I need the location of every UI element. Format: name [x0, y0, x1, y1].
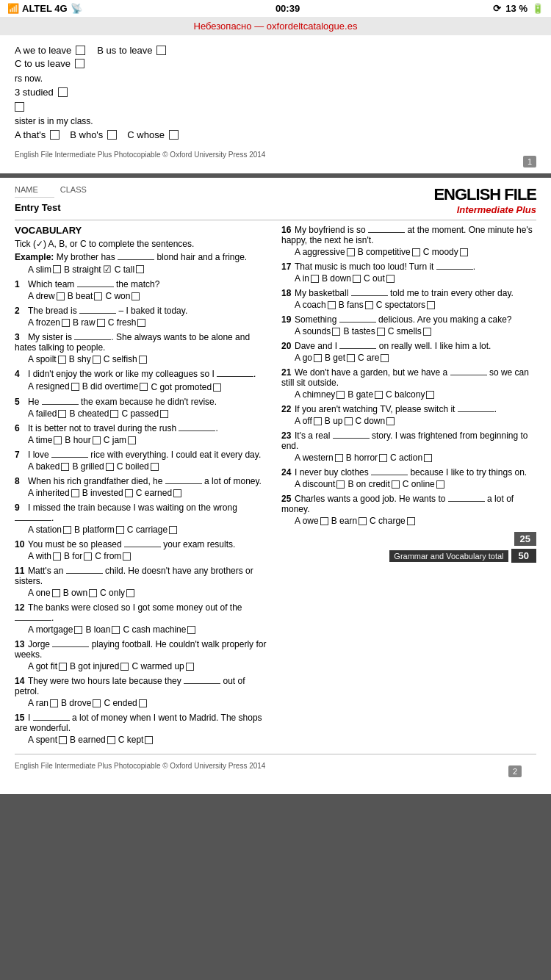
cb-24a[interactable] — [336, 480, 345, 489]
checkbox-whos[interactable] — [107, 130, 117, 140]
cb-24c[interactable] — [436, 480, 444, 489]
cb-25a[interactable] — [320, 517, 328, 525]
q20: 20Dave and I on really well. I like him … — [281, 341, 536, 363]
cb-5a[interactable] — [58, 410, 66, 418]
cb-17b[interactable] — [353, 275, 361, 283]
cb-6b[interactable] — [93, 436, 101, 444]
cb-2a[interactable] — [62, 319, 70, 327]
cb-19b[interactable] — [377, 328, 385, 336]
option-a-we: A we to leave — [15, 45, 71, 56]
url-bar[interactable]: Небезопасно — oxfordeltcatalogue.es — [0, 17, 551, 35]
example-text: Example: My brother has blond hair and a… — [15, 252, 270, 262]
cb-20a[interactable] — [314, 354, 322, 362]
carrier-label: ALTEL 4G — [22, 3, 68, 14]
checkbox-whose[interactable] — [169, 130, 179, 140]
cb-17c[interactable] — [386, 275, 395, 283]
cb-15a[interactable] — [59, 736, 67, 744]
cb-9a[interactable] — [63, 526, 71, 534]
cb-14b[interactable] — [93, 699, 101, 707]
q9: 9I missed the train because I was waitin… — [15, 502, 270, 535]
cb-6c[interactable] — [128, 436, 136, 444]
cb-19c[interactable] — [423, 328, 431, 336]
cb-20b[interactable] — [347, 354, 355, 362]
cb-13c[interactable] — [186, 663, 194, 671]
q15: 15I a lot of money when I went to Madrid… — [15, 713, 270, 745]
cb-10b[interactable] — [84, 552, 92, 561]
cb-ex-c[interactable] — [136, 265, 144, 273]
vocab-intro: Tick (✓) A, B, or C to complete the sent… — [15, 239, 270, 249]
cb-ex-a[interactable] — [53, 265, 61, 273]
cb-23c[interactable] — [424, 454, 432, 462]
cb-11b[interactable] — [89, 589, 97, 597]
cb-19a[interactable] — [332, 328, 340, 336]
cb-11c[interactable] — [126, 589, 134, 597]
cb-15b[interactable] — [107, 736, 115, 744]
battery-icon: 🔋 — [532, 3, 544, 14]
cb-22c[interactable] — [386, 417, 395, 425]
cb-21a[interactable] — [336, 391, 345, 399]
cb-3c[interactable] — [139, 356, 147, 364]
cb-18c[interactable] — [427, 301, 435, 309]
cb-1a[interactable] — [57, 292, 65, 300]
cb-6a[interactable] — [54, 436, 62, 444]
cb-23b[interactable] — [379, 454, 387, 462]
cb-1b[interactable] — [94, 292, 102, 300]
cb-20c[interactable] — [381, 354, 389, 362]
cb-23a[interactable] — [335, 454, 343, 462]
cb-12c[interactable] — [187, 626, 195, 634]
cb-9c[interactable] — [169, 526, 177, 534]
cb-3a[interactable] — [58, 356, 66, 364]
cb-9b[interactable] — [116, 526, 124, 534]
cb-12b[interactable] — [112, 626, 120, 634]
cb-15c[interactable] — [145, 736, 153, 744]
cb-13b[interactable] — [120, 663, 129, 671]
option-thats: A that's — [15, 129, 46, 140]
cb-7b[interactable] — [106, 463, 114, 471]
check-mark-b: ☑ — [103, 264, 112, 275]
checkbox-thats[interactable] — [50, 130, 60, 140]
cb-5b[interactable] — [110, 410, 118, 418]
cb-21c[interactable] — [426, 391, 434, 399]
cb-10a[interactable] — [53, 552, 61, 561]
cb-16a[interactable] — [347, 248, 355, 256]
cb-1c[interactable] — [132, 292, 140, 300]
cb-25c[interactable] — [407, 517, 415, 525]
cb-5c[interactable] — [160, 410, 168, 418]
cb-25b[interactable] — [359, 517, 367, 525]
cb-4c[interactable] — [213, 383, 221, 392]
q1: 1Which team the match? A drew B beat C w… — [15, 279, 270, 301]
cb-3b[interactable] — [93, 356, 101, 364]
cb-12a[interactable] — [74, 626, 82, 634]
cb-7a[interactable] — [61, 463, 69, 471]
cb-16c[interactable] — [460, 248, 468, 256]
cb-4b[interactable] — [140, 383, 148, 391]
cb-14a[interactable] — [50, 699, 58, 707]
cb-21b[interactable] — [375, 391, 383, 399]
cb-2c[interactable] — [137, 319, 145, 327]
cb-7c[interactable] — [151, 463, 159, 471]
cb-10c[interactable] — [123, 552, 131, 561]
checkbox-studied[interactable] — [58, 87, 68, 97]
cb-14c[interactable] — [139, 699, 147, 707]
cb-8a[interactable] — [71, 489, 79, 497]
cb-22a[interactable] — [314, 417, 322, 425]
cb-2b[interactable] — [97, 319, 105, 327]
cb-18b[interactable] — [365, 301, 373, 309]
checkbox-extra[interactable] — [15, 102, 24, 112]
cb-24b[interactable] — [392, 480, 400, 489]
option-c-to: C to us leave — [15, 58, 71, 69]
cb-18a[interactable] — [328, 301, 336, 309]
options-row-2: C to us leave — [15, 58, 536, 69]
cb-22b[interactable] — [345, 417, 353, 425]
checkbox-b-us[interactable] — [156, 46, 166, 55]
checkbox-c-to[interactable] — [75, 59, 84, 68]
checkbox-a-we[interactable] — [76, 46, 85, 55]
cb-4a[interactable] — [71, 383, 79, 391]
cb-16b[interactable] — [412, 248, 420, 256]
cb-13a[interactable] — [59, 663, 67, 671]
cb-8b[interactable] — [125, 489, 133, 497]
cb-8c[interactable] — [173, 489, 181, 497]
cb-17a[interactable] — [311, 275, 319, 283]
cb-11a[interactable] — [52, 589, 60, 597]
q19: 19Something delicious. Are you making a … — [281, 314, 536, 336]
